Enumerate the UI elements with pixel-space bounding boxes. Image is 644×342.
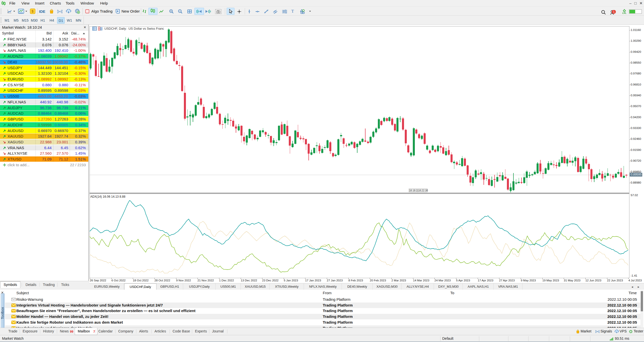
svg-text:LVL: LVL: [622, 12, 626, 14]
svg-text:$: $: [32, 9, 34, 13]
svg-text:1: 1: [613, 10, 615, 14]
